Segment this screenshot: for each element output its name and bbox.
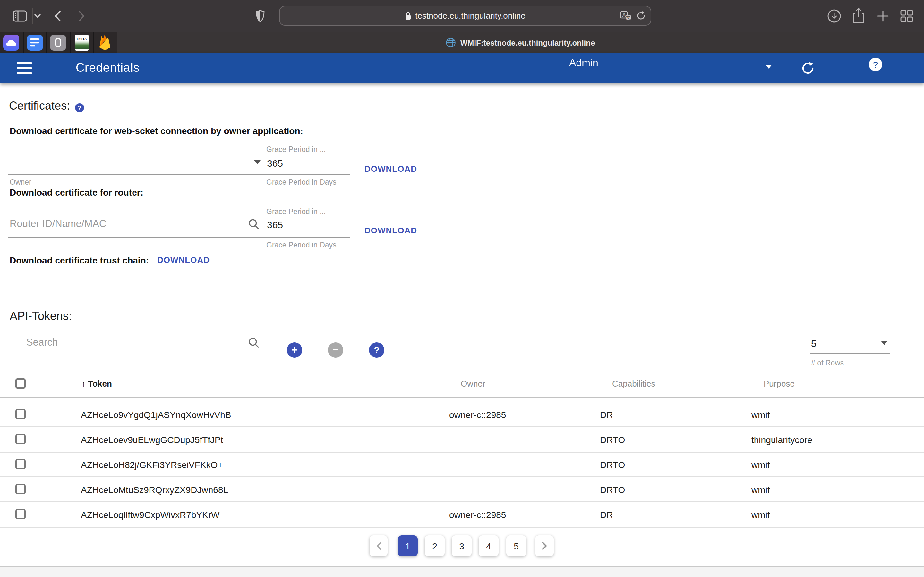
rows-per-page-value[interactable]: 5 (811, 338, 817, 349)
search-underline (26, 355, 262, 355)
grace-period-top-label: Grace Period in ... (266, 145, 326, 153)
pinned-tab-usda[interactable]: USDA (70, 32, 94, 53)
pinned-tab-gray[interactable] (47, 32, 70, 53)
user-role-dropdown[interactable]: Admin (569, 57, 774, 76)
menu-hamburger-icon[interactable] (17, 62, 32, 74)
chevron-down-icon (766, 65, 772, 69)
pagination-page-2[interactable]: 2 (425, 535, 445, 556)
api-tokens-heading: API-Tokens: (10, 309, 72, 323)
active-tab[interactable]: WMIF:testnode.eu.thingularity.online (117, 32, 924, 53)
page-footer (0, 566, 924, 577)
translate-icon[interactable]: A文 (620, 11, 632, 21)
pagination-prev-button[interactable] (370, 535, 388, 556)
router-search-icon[interactable] (248, 219, 259, 232)
row-checkbox[interactable] (15, 434, 26, 444)
chevron-right-icon (541, 542, 548, 550)
sidebar-toggle-icon[interactable] (13, 10, 27, 22)
url-bar[interactable]: testnode.eu.thingularity.online A文 (279, 6, 651, 26)
add-token-button[interactable]: + (287, 342, 302, 358)
tab-overview-icon[interactable] (900, 10, 913, 23)
pagination-page-4[interactable]: 4 (479, 535, 499, 556)
trust-chain-label: Download certificate trust chain: (10, 255, 149, 266)
certificates-heading: Certificates: (9, 99, 70, 113)
lock-icon (405, 11, 411, 20)
pagination-page-3[interactable]: 3 (452, 535, 472, 556)
purpose-cell: wmif (751, 510, 770, 520)
router-id-input[interactable] (10, 218, 241, 229)
pagination-page-1[interactable]: 1 (398, 535, 418, 556)
sidebar-chevron-down-icon[interactable] (34, 13, 41, 19)
browser-toolbar: testnode.eu.thingularity.online A文 (0, 0, 924, 32)
capabilities-cell: DR (600, 410, 613, 420)
router-download-button[interactable]: DOWNLOAD (365, 226, 417, 235)
remove-token-button[interactable]: − (328, 342, 343, 358)
downloads-icon[interactable] (827, 9, 841, 23)
firebase-icon (99, 35, 111, 51)
rows-select-underline (811, 353, 890, 354)
forward-button-icon[interactable] (78, 10, 86, 22)
svg-text:A: A (622, 12, 626, 18)
router-grace-bottom-label: Grace Period in Days (266, 241, 336, 249)
router-grace-value[interactable]: 365 (267, 219, 283, 230)
capabilities-cell: DRTO (600, 460, 625, 470)
row-checkbox[interactable] (15, 509, 26, 519)
screen: testnode.eu.thingularity.online A文 (0, 0, 924, 577)
websocket-cert-label: Download certificate for web-scket conne… (10, 126, 303, 136)
toolbar-divider (32, 8, 33, 24)
token-search-input[interactable] (26, 337, 238, 348)
help-button[interactable]: ? (869, 58, 882, 71)
column-header-token[interactable]: ↑ Token (81, 379, 112, 388)
globe-favicon (446, 38, 456, 47)
pagination-next-button[interactable] (535, 535, 554, 556)
tokens-help-button[interactable]: ? (369, 342, 384, 358)
new-tab-icon[interactable] (877, 10, 889, 22)
refresh-button[interactable] (801, 61, 815, 75)
router-grace-top-label: Grace Period in ... (266, 208, 326, 215)
rows-select-arrow-icon[interactable] (881, 341, 887, 345)
app-bar: Credentials Admin ? (0, 53, 924, 83)
docs-icon (27, 35, 43, 51)
column-header-purpose[interactable]: Purpose (764, 379, 795, 388)
tab-bar: USDA WMIF:testnode.eu.thingularity.onlin… (0, 32, 924, 53)
token-cell: AZHceLoqIlftw9CxpWivxR7bYKrW (81, 510, 220, 520)
grace-period-bottom-label: Grace Period in Days (266, 178, 336, 186)
owner-cell: owner-c::2985 (449, 510, 506, 520)
websocket-download-button[interactable]: DOWNLOAD (365, 164, 417, 174)
trust-chain-download-button[interactable]: DOWNLOAD (157, 255, 210, 265)
pagination-page-5[interactable]: 5 (506, 535, 526, 556)
token-search-icon[interactable] (248, 337, 259, 351)
column-header-capabilities[interactable]: Capabilities (612, 379, 655, 388)
token-cell: AZHceLoMtuSz9RQrxyZX9DJwn68L (81, 485, 228, 495)
select-all-checkbox[interactable] (15, 378, 26, 388)
share-icon[interactable] (852, 8, 865, 24)
certificates-help-icon[interactable]: ? (75, 103, 84, 112)
pinned-tab-docs[interactable] (23, 32, 47, 53)
pinned-tab-cloud[interactable] (0, 32, 23, 53)
owner-field-underline (8, 174, 351, 175)
owner-select-arrow-icon[interactable] (254, 160, 260, 164)
pinned-tab-firebase[interactable] (94, 32, 117, 53)
url-text: testnode.eu.thingularity.online (415, 11, 525, 21)
page-title: Credentials (76, 61, 140, 75)
purpose-cell: wmif (751, 460, 770, 470)
row-checkbox[interactable] (15, 409, 26, 419)
sort-asc-icon: ↑ (81, 379, 86, 388)
capabilities-cell: DR (600, 510, 613, 520)
user-role-value: Admin (569, 57, 598, 68)
privacy-shield-icon[interactable] (255, 10, 265, 23)
dropdown-underline (569, 77, 776, 78)
router-field-underline (8, 237, 351, 238)
owner-field-label: Owner (10, 178, 31, 186)
purpose-cell: wmif (751, 410, 770, 420)
token-cell: AZHceLo9vYgdQ1jASYnqXowHvVhB (81, 410, 231, 420)
capabilities-cell: DRTO (600, 435, 625, 445)
token-cell: AZHceLoev9uELwgGCDupJ5fTfJPt (81, 435, 223, 445)
back-button-icon[interactable] (54, 10, 61, 22)
reload-icon[interactable] (636, 11, 646, 21)
column-header-owner[interactable]: Owner (461, 379, 485, 388)
grace-period-value[interactable]: 365 (267, 158, 283, 169)
token-cell: AZHceLoH82j/GKFi3YRseiVFKkO+ (81, 460, 223, 470)
router-cert-label: Download certificate for router: (10, 187, 144, 197)
row-checkbox[interactable] (15, 484, 26, 494)
row-checkbox[interactable] (15, 459, 26, 469)
